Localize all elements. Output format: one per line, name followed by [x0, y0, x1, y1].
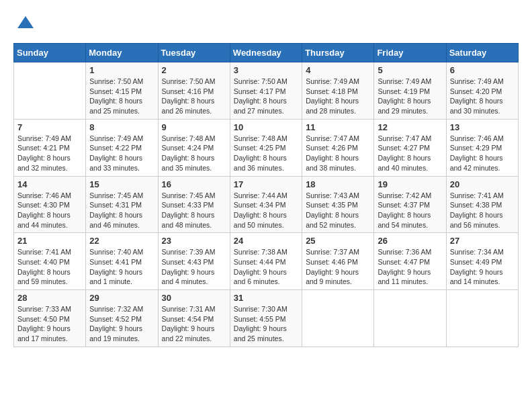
calendar-cell: 25Sunrise: 7:37 AMSunset: 4:46 PMDayligh… [302, 233, 374, 290]
calendar-cell: 4Sunrise: 7:49 AMSunset: 4:18 PMDaylight… [302, 62, 374, 120]
day-number: 7 [17, 122, 82, 132]
svg-marker-0 [17, 16, 34, 28]
calendar-cell: 27Sunrise: 7:34 AMSunset: 4:49 PMDayligh… [446, 233, 518, 290]
day-info: Sunrise: 7:46 AMSunset: 4:29 PMDaylight:… [450, 134, 515, 173]
calendar-cell: 8Sunrise: 7:49 AMSunset: 4:22 PMDaylight… [86, 119, 158, 176]
weekday-header-monday: Monday [86, 44, 158, 62]
day-info: Sunrise: 7:33 AMSunset: 4:50 PMDaylight:… [17, 304, 82, 344]
day-number: 14 [17, 179, 82, 189]
day-info: Sunrise: 7:50 AMSunset: 4:17 PMDaylight:… [234, 77, 298, 116]
day-number: 8 [89, 122, 154, 132]
day-number: 31 [234, 293, 298, 303]
day-info: Sunrise: 7:45 AMSunset: 4:31 PMDaylight:… [89, 191, 154, 230]
day-number: 27 [450, 236, 515, 246]
calendar-cell: 10Sunrise: 7:48 AMSunset: 4:25 PMDayligh… [230, 119, 302, 176]
calendar-cell: 18Sunrise: 7:43 AMSunset: 4:35 PMDayligh… [302, 176, 374, 233]
day-number: 26 [378, 236, 442, 246]
calendar-cell: 15Sunrise: 7:45 AMSunset: 4:31 PMDayligh… [86, 176, 158, 233]
calendar-cell [446, 290, 518, 347]
calendar-table: SundayMondayTuesdayWednesdayThursdayFrid… [13, 43, 519, 347]
day-info: Sunrise: 7:31 AMSunset: 4:54 PMDaylight:… [162, 304, 226, 344]
calendar-cell: 13Sunrise: 7:46 AMSunset: 4:29 PMDayligh… [446, 119, 518, 176]
calendar-cell: 5Sunrise: 7:49 AMSunset: 4:19 PMDaylight… [374, 62, 446, 120]
calendar-cell: 16Sunrise: 7:45 AMSunset: 4:33 PMDayligh… [158, 176, 230, 233]
day-info: Sunrise: 7:45 AMSunset: 4:33 PMDaylight:… [162, 191, 226, 230]
day-info: Sunrise: 7:41 AMSunset: 4:40 PMDaylight:… [17, 247, 82, 287]
day-number: 2 [162, 65, 226, 75]
calendar-cell: 30Sunrise: 7:31 AMSunset: 4:54 PMDayligh… [158, 290, 230, 347]
calendar-cell: 24Sunrise: 7:38 AMSunset: 4:44 PMDayligh… [230, 233, 302, 290]
day-number: 16 [162, 179, 226, 189]
calendar-cell: 28Sunrise: 7:33 AMSunset: 4:50 PMDayligh… [14, 290, 86, 347]
logo-icon [16, 13, 35, 32]
calendar-cell: 14Sunrise: 7:46 AMSunset: 4:30 PMDayligh… [14, 176, 86, 233]
day-number: 5 [378, 65, 442, 75]
day-info: Sunrise: 7:48 AMSunset: 4:25 PMDaylight:… [234, 134, 298, 173]
day-number: 20 [450, 179, 515, 189]
day-info: Sunrise: 7:49 AMSunset: 4:20 PMDaylight:… [450, 77, 515, 116]
day-number: 21 [17, 236, 82, 246]
day-info: Sunrise: 7:50 AMSunset: 4:15 PMDaylight:… [89, 77, 154, 116]
day-info: Sunrise: 7:40 AMSunset: 4:41 PMDaylight:… [89, 247, 154, 287]
day-number: 6 [450, 65, 515, 75]
day-number: 19 [378, 179, 442, 189]
calendar-cell: 12Sunrise: 7:47 AMSunset: 4:27 PMDayligh… [374, 119, 446, 176]
calendar-week-row: 28Sunrise: 7:33 AMSunset: 4:50 PMDayligh… [14, 290, 519, 347]
day-number: 11 [306, 122, 370, 132]
day-info: Sunrise: 7:47 AMSunset: 4:26 PMDaylight:… [306, 134, 370, 173]
calendar-cell: 1Sunrise: 7:50 AMSunset: 4:15 PMDaylight… [86, 62, 158, 120]
day-info: Sunrise: 7:49 AMSunset: 4:21 PMDaylight:… [17, 134, 82, 173]
day-number: 24 [234, 236, 298, 246]
day-info: Sunrise: 7:34 AMSunset: 4:49 PMDaylight:… [450, 247, 515, 287]
day-number: 23 [162, 236, 226, 246]
day-info: Sunrise: 7:47 AMSunset: 4:27 PMDaylight:… [378, 134, 442, 173]
day-number: 22 [89, 236, 154, 246]
day-number: 13 [450, 122, 515, 132]
weekday-header-friday: Friday [374, 44, 446, 62]
weekday-header-row: SundayMondayTuesdayWednesdayThursdayFrid… [14, 44, 519, 62]
day-info: Sunrise: 7:44 AMSunset: 4:34 PMDaylight:… [234, 191, 298, 230]
calendar-cell: 6Sunrise: 7:49 AMSunset: 4:20 PMDaylight… [446, 62, 518, 120]
day-number: 12 [378, 122, 442, 132]
day-info: Sunrise: 7:38 AMSunset: 4:44 PMDaylight:… [234, 247, 298, 287]
calendar-week-row: 7Sunrise: 7:49 AMSunset: 4:21 PMDaylight… [14, 119, 519, 176]
weekday-header-sunday: Sunday [14, 44, 86, 62]
day-info: Sunrise: 7:32 AMSunset: 4:52 PMDaylight:… [89, 304, 154, 344]
day-info: Sunrise: 7:46 AMSunset: 4:30 PMDaylight:… [17, 191, 82, 230]
calendar-cell: 19Sunrise: 7:42 AMSunset: 4:37 PMDayligh… [374, 176, 446, 233]
day-number: 3 [234, 65, 298, 75]
calendar-cell: 7Sunrise: 7:49 AMSunset: 4:21 PMDaylight… [14, 119, 86, 176]
calendar-cell: 29Sunrise: 7:32 AMSunset: 4:52 PMDayligh… [86, 290, 158, 347]
calendar-cell: 31Sunrise: 7:30 AMSunset: 4:55 PMDayligh… [230, 290, 302, 347]
day-number: 25 [306, 236, 370, 246]
day-info: Sunrise: 7:37 AMSunset: 4:46 PMDaylight:… [306, 247, 370, 287]
calendar-cell [302, 290, 374, 347]
day-info: Sunrise: 7:48 AMSunset: 4:24 PMDaylight:… [162, 134, 226, 173]
calendar-week-row: 21Sunrise: 7:41 AMSunset: 4:40 PMDayligh… [14, 233, 519, 290]
logo [13, 13, 35, 32]
day-number: 4 [306, 65, 370, 75]
day-number: 9 [162, 122, 226, 132]
weekday-header-tuesday: Tuesday [158, 44, 230, 62]
calendar-cell [374, 290, 446, 347]
calendar-cell: 22Sunrise: 7:40 AMSunset: 4:41 PMDayligh… [86, 233, 158, 290]
calendar-cell: 3Sunrise: 7:50 AMSunset: 4:17 PMDaylight… [230, 62, 302, 120]
day-info: Sunrise: 7:43 AMSunset: 4:35 PMDaylight:… [306, 191, 370, 230]
calendar-cell: 17Sunrise: 7:44 AMSunset: 4:34 PMDayligh… [230, 176, 302, 233]
calendar-cell: 23Sunrise: 7:39 AMSunset: 4:43 PMDayligh… [158, 233, 230, 290]
day-number: 10 [234, 122, 298, 132]
calendar-cell: 26Sunrise: 7:36 AMSunset: 4:47 PMDayligh… [374, 233, 446, 290]
calendar-cell: 20Sunrise: 7:41 AMSunset: 4:38 PMDayligh… [446, 176, 518, 233]
calendar-cell [14, 62, 86, 120]
calendar-week-row: 1Sunrise: 7:50 AMSunset: 4:15 PMDaylight… [14, 62, 519, 120]
calendar-cell: 9Sunrise: 7:48 AMSunset: 4:24 PMDaylight… [158, 119, 230, 176]
day-info: Sunrise: 7:39 AMSunset: 4:43 PMDaylight:… [162, 247, 226, 287]
day-number: 1 [89, 65, 154, 75]
day-number: 28 [17, 293, 82, 303]
weekday-header-wednesday: Wednesday [230, 44, 302, 62]
day-info: Sunrise: 7:30 AMSunset: 4:55 PMDaylight:… [234, 304, 298, 344]
calendar-cell: 21Sunrise: 7:41 AMSunset: 4:40 PMDayligh… [14, 233, 86, 290]
day-number: 18 [306, 179, 370, 189]
calendar-cell: 11Sunrise: 7:47 AMSunset: 4:26 PMDayligh… [302, 119, 374, 176]
page-header [13, 13, 519, 32]
